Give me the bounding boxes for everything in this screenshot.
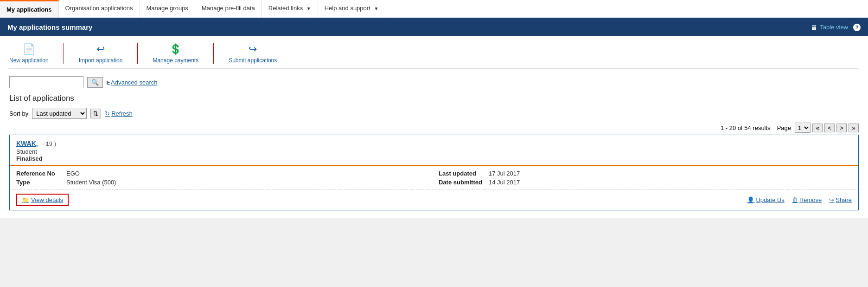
submit-applications-icon: ↪ (249, 43, 257, 55)
header-bar: My applications summary 🖥 Table view ? (0, 19, 868, 36)
date-submitted-label: Date submitted (439, 179, 485, 186)
top-nav: My applications Organisation application… (0, 0, 868, 19)
manage-payments-icon: 💲 (169, 43, 182, 55)
type-value: Student Visa (500) (66, 179, 116, 186)
update-us-icon: 👤 (747, 196, 754, 203)
main-content: 📄 New application ↩ Import application 💲… (0, 36, 868, 218)
app-id: · 19 ) (42, 140, 56, 147)
actions-right: 👤 Update Us 🗑 Remove ↪ Share (747, 196, 852, 203)
page-title: My applications summary (7, 23, 92, 31)
refresh-button[interactable]: ↻ Refresh (105, 110, 133, 117)
last-updated-label: Last updated (439, 170, 485, 177)
manage-payments-label: Manage payments (153, 57, 198, 64)
help-icon[interactable]: ? (853, 24, 861, 31)
prev-page-button[interactable]: < (824, 124, 835, 132)
refresh-icon: ↻ (105, 110, 110, 117)
sort-bar: Sort by Last updated Reference No Name D… (9, 108, 859, 119)
submit-applications-label: Submit applications (229, 57, 277, 64)
view-details-button[interactable]: 📁 View details (16, 194, 69, 206)
action-toolbar: 📄 New application ↩ Import application 💲… (9, 43, 859, 69)
app-card-actions: 📁 View details 👤 Update Us 🗑 Remove ↪ Sh… (10, 190, 858, 210)
nav-help-support[interactable]: Help and support ▼ (318, 0, 386, 18)
related-links-arrow: ▼ (306, 6, 311, 11)
divider-3 (213, 43, 214, 64)
first-page-button[interactable]: « (812, 124, 823, 132)
date-submitted-value: 14 Jul 2017 (489, 179, 520, 186)
help-support-arrow: ▼ (374, 6, 378, 11)
divider-2 (137, 43, 138, 64)
sort-by-label: Sort by (9, 110, 28, 117)
remove-icon: 🗑 (792, 196, 798, 203)
nav-organisation-applications[interactable]: Organisation applications (59, 0, 140, 18)
import-application-icon: ↩ (96, 43, 105, 55)
next-page-button[interactable]: > (836, 124, 847, 132)
reference-row: Reference No EGO (16, 170, 429, 177)
application-card: KWAK, · 19 ) Student Finalised Reference… (9, 135, 859, 210)
remove-link[interactable]: 🗑 Remove (792, 196, 822, 203)
sort-direction-button[interactable]: ⇅ (90, 109, 101, 118)
nav-my-applications[interactable]: My applications (0, 0, 59, 18)
last-updated-value: 17 Jul 2017 (489, 170, 520, 177)
new-application-icon: 📄 (23, 43, 35, 55)
share-icon: ↪ (829, 196, 834, 203)
app-card-details: Reference No EGO Last updated 17 Jul 201… (10, 166, 858, 190)
date-submitted-row: Date submitted 14 Jul 2017 (439, 179, 852, 186)
results-text: 1 - 20 of 54 results (721, 124, 771, 131)
page-label: Page (777, 124, 791, 131)
divider-1 (64, 43, 64, 64)
app-card-header: KWAK, · 19 ) Student Finalised (10, 135, 858, 166)
app-type: Student (16, 148, 852, 155)
last-updated-row: Last updated 17 Jul 2017 (439, 170, 852, 177)
sort-by-select[interactable]: Last updated Reference No Name Date subm… (32, 108, 87, 119)
new-application-button[interactable]: 📄 New application (9, 43, 49, 64)
nav-manage-groups[interactable]: Manage groups (140, 0, 195, 18)
app-name[interactable]: KWAK, (16, 140, 38, 147)
nav-manage-prefill[interactable]: Manage pre-fill data (195, 0, 262, 18)
search-bar: 🔍 Advanced search (9, 76, 859, 88)
type-row: Type Student Visa (500) (16, 179, 429, 186)
reference-value: EGO (66, 170, 80, 177)
import-application-button[interactable]: ↩ Import application (79, 43, 123, 64)
type-label: Type (16, 179, 63, 186)
nav-related-links[interactable]: Related links ▼ (262, 0, 318, 18)
list-title: List of applications (9, 94, 859, 103)
page-select[interactable]: 1 (795, 123, 811, 133)
update-us-link[interactable]: 👤 Update Us (747, 196, 784, 203)
folder-icon: 📁 (22, 196, 29, 203)
manage-payments-button[interactable]: 💲 Manage payments (153, 43, 198, 64)
reference-label: Reference No (16, 170, 63, 177)
search-input[interactable] (9, 76, 83, 88)
import-application-label: Import application (79, 57, 123, 64)
pagination-bar: 1 - 20 of 54 results Page 1 « < > » (9, 123, 859, 133)
app-status: Finalised (16, 155, 852, 162)
monitor-icon: 🖥 (810, 23, 817, 31)
new-application-label: New application (9, 57, 49, 64)
search-button[interactable]: 🔍 (87, 77, 103, 88)
last-page-button[interactable]: » (849, 124, 859, 132)
share-link[interactable]: ↪ Share (829, 196, 852, 203)
submit-applications-button[interactable]: ↪ Submit applications (229, 43, 277, 64)
advanced-search-link[interactable]: Advanced search (107, 79, 157, 86)
table-view-link[interactable]: Table view (820, 24, 848, 31)
